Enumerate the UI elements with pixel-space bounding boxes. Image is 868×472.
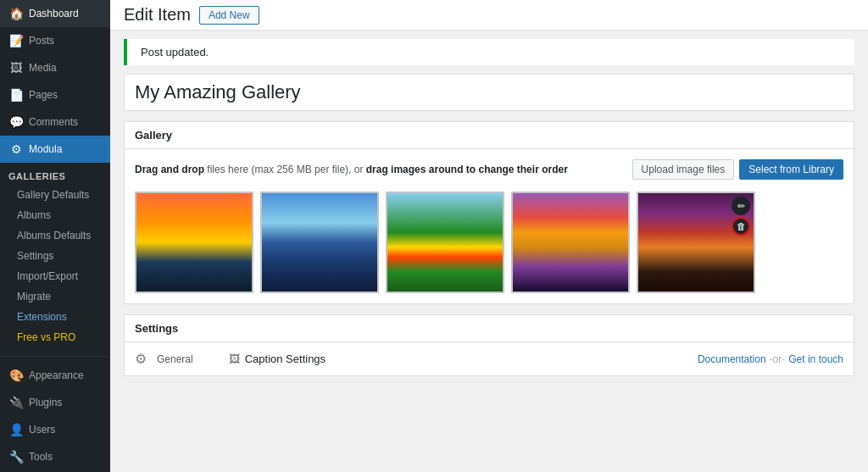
sidebar-item-pages[interactable]: 📄 Pages — [0, 81, 110, 108]
edit-image-button[interactable]: ✏ — [732, 197, 750, 215]
sidebar-item-label: Comments — [29, 116, 78, 128]
sidebar-item-label: Plugins — [29, 397, 62, 408]
gallery-box: Gallery Drag and drop files here (max 25… — [124, 121, 854, 304]
image-thumb-1[interactable] — [135, 192, 253, 293]
separator: -or- — [770, 353, 786, 365]
caption-settings-label: Caption Settings — [245, 353, 326, 365]
comments-icon: 💬 — [8, 115, 24, 129]
get-in-touch-link[interactable]: Get in touch — [788, 353, 843, 365]
gallery-toolbar: Drag and drop files here (max 256 MB per… — [135, 159, 843, 180]
gallery-box-header: Gallery — [125, 122, 854, 149]
upload-images-button[interactable]: Upload image files — [632, 159, 735, 180]
pages-icon: 📄 — [8, 88, 24, 102]
sidebar-item-free-pro[interactable]: Free vs PRO — [0, 327, 110, 347]
sidebar-item-label: Tools — [29, 451, 53, 463]
image-grid: ✏ 🗑 — [135, 192, 843, 293]
sidebar-item-import-export[interactable]: Import/Export — [0, 266, 110, 286]
gallery-instructions: Drag and drop files here (max 256 MB per… — [135, 164, 568, 175]
sidebar-item-users[interactable]: 👤 Users — [0, 416, 110, 443]
sidebar-item-tools[interactable]: 🔧 Tools — [0, 443, 110, 470]
sidebar-item-label: Media — [29, 62, 57, 74]
select-from-library-button[interactable]: Select from Library — [739, 159, 843, 180]
sidebar-item-dashboard[interactable]: 🏠 Dashboard — [0, 0, 110, 27]
drag-drop-bold: Drag and drop — [135, 164, 204, 175]
media-icon: 🖼 — [8, 61, 24, 75]
sidebar-item-label: Users — [29, 424, 55, 436]
plugins-icon: 🔌 — [8, 396, 24, 409]
settings-box-header: Settings — [125, 315, 854, 342]
settings-links: Documentation -or- Get in touch — [698, 353, 843, 365]
gallery-box-body: Drag and drop files here (max 256 MB per… — [125, 149, 854, 303]
galleries-section-label: Galleries — [0, 163, 110, 185]
modula-icon: ⚙ — [8, 142, 24, 156]
settings-box-body: ⚙ General 🖼 Caption Settings Documentati… — [125, 342, 854, 375]
page-title: Edit Item — [124, 5, 191, 25]
sidebar-item-label: Posts — [29, 35, 54, 47]
sidebar-item-label: Appearance — [29, 369, 84, 381]
image-thumb-4[interactable] — [511, 192, 630, 293]
main-content: Edit Item Add New Post updated. Gallery … — [110, 0, 868, 472]
sidebar-item-label: Pages — [29, 89, 58, 101]
caption-icon: 🖼 — [229, 353, 240, 365]
posts-icon: 📝 — [8, 34, 24, 47]
sidebar-item-extensions[interactable]: Extensions — [0, 307, 110, 327]
delete-image-button[interactable]: 🗑 — [732, 217, 750, 236]
image-thumb-3[interactable] — [386, 192, 504, 293]
sidebar-item-settings[interactable]: Settings — [0, 246, 110, 266]
settings-gear-icon: ⚙ — [135, 351, 147, 367]
gallery-title-input[interactable] — [124, 74, 854, 111]
sidebar-item-posts[interactable]: 📝 Posts — [0, 27, 110, 54]
gallery-actions: Upload image files Select from Library — [632, 159, 843, 180]
sidebar-item-albums-defaults[interactable]: Albums Defaults — [0, 225, 110, 246]
sidebar-item-appearance[interactable]: 🎨 Appearance — [0, 362, 110, 389]
image-overlay-icons: ✏ 🗑 — [732, 197, 750, 236]
sidebar-item-comments[interactable]: 💬 Comments — [0, 108, 110, 136]
sidebar-item-media[interactable]: 🖼 Media — [0, 54, 110, 81]
sidebar: 🏠 Dashboard 📝 Posts 🖼 Media 📄 Pages 💬 Co… — [0, 0, 110, 472]
update-notice: Post updated. — [124, 39, 854, 65]
general-label: General — [157, 353, 193, 365]
image-thumb-2[interactable] — [260, 192, 379, 293]
tools-icon: 🔧 — [8, 450, 24, 464]
users-icon: 👤 — [8, 423, 24, 436]
appearance-icon: 🎨 — [8, 369, 24, 382]
sidebar-item-label: Modula — [29, 143, 62, 155]
sidebar-item-plugins[interactable]: 🔌 Plugins — [0, 389, 110, 416]
sidebar-item-label: Dashboard — [29, 8, 79, 19]
dashboard-icon: 🏠 — [8, 7, 24, 20]
notice-text: Post updated. — [141, 46, 209, 58]
content-area: Gallery Drag and drop files here (max 25… — [110, 65, 868, 385]
sidebar-item-albums[interactable]: Albums — [0, 205, 110, 225]
image-thumb-5[interactable]: ✏ 🗑 — [637, 192, 755, 293]
sidebar-item-gallery-defaults[interactable]: Gallery Defaults — [0, 185, 110, 205]
sidebar-item-migrate[interactable]: Migrate — [0, 286, 110, 307]
sidebar-item-modula[interactable]: ⚙ Modula — [0, 136, 110, 163]
caption-settings-area: 🖼 Caption Settings — [229, 353, 326, 365]
add-new-button[interactable]: Add New — [199, 6, 259, 25]
settings-box: Settings ⚙ General 🖼 Caption Settings Do… — [124, 314, 854, 376]
drag-images-bold: drag images around to change their order — [366, 164, 568, 175]
instructions-text: files here (max 256 MB per file), or — [207, 164, 365, 175]
documentation-link[interactable]: Documentation — [698, 353, 766, 365]
top-bar: Edit Item Add New — [110, 0, 868, 31]
